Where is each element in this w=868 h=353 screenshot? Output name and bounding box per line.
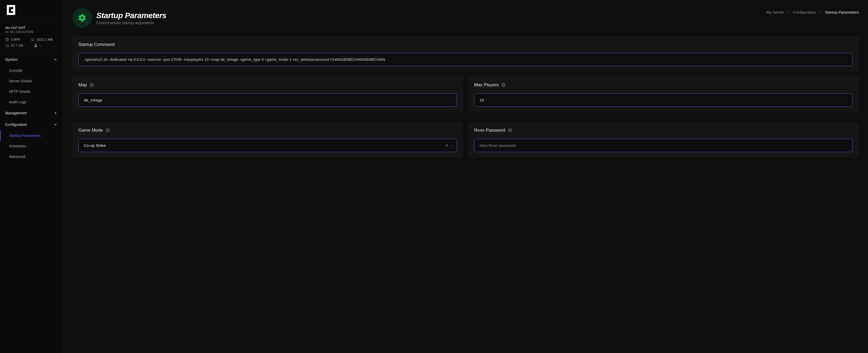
stat-memory: 1022.1 MB: [31, 37, 53, 41]
chevron-right-icon: [54, 111, 57, 115]
rcon-card: Rcon Password i: [468, 122, 859, 158]
nav-item-sftp-details[interactable]: SFTP Details: [0, 86, 63, 97]
server-name: au-cs2-surf: [5, 25, 57, 30]
logo[interactable]: [0, 0, 63, 21]
nav-item-console[interactable]: Console: [0, 65, 63, 76]
stat-cpu: 0.96%: [5, 37, 21, 41]
rcon-password-input[interactable]: [474, 139, 852, 152]
nav-item-schedules[interactable]: Schedules: [0, 141, 63, 151]
card-title: Map: [79, 82, 87, 88]
info-icon[interactable]: i: [501, 83, 505, 87]
clear-icon[interactable]: ✕: [445, 143, 449, 148]
card-title: Max Players: [474, 82, 499, 88]
startup-command-card: Startup Command ./game/cs2.sh -dedicated…: [72, 36, 859, 72]
startup-command-value[interactable]: ./game/cs2.sh -dedicated +ip 0.0.0.0 -us…: [79, 53, 852, 66]
nav-header-system[interactable]: System: [0, 54, 63, 65]
nav-item-audit-logs[interactable]: Audit Logs: [0, 97, 63, 107]
nav-management: Management: [0, 107, 63, 119]
max-players-input[interactable]: [474, 93, 852, 107]
game-mode-card: Game Mode i ✕ ↓: [72, 122, 463, 158]
card-title: Game Mode: [79, 128, 103, 133]
dropdown-icon[interactable]: ↓: [451, 143, 453, 148]
card-title: Rcon Password: [474, 128, 505, 133]
sidebar: au-cs2-surf 51.161.199.6:27039 0.96% 102…: [0, 0, 63, 353]
nav-system: System Console Server Details SFTP Detai…: [0, 54, 63, 107]
max-players-card: Max Players i: [468, 76, 859, 113]
breadcrumb-item[interactable]: Configuration: [793, 10, 816, 14]
svg-rect-1: [31, 39, 34, 40]
stat-players: --: [34, 43, 42, 47]
breadcrumb-item[interactable]: My Server: [766, 10, 784, 14]
main-content: Startup Parameters Control server startu…: [63, 0, 868, 353]
map-card: Map i: [72, 76, 463, 113]
gear-icon: [72, 8, 92, 28]
card-title: Startup Command: [79, 42, 852, 47]
svg-point-3: [8, 45, 8, 46]
nav-item-server-details[interactable]: Server Details: [0, 76, 63, 86]
breadcrumb-separator: >: [819, 10, 822, 14]
stat-disk: 37.7 GB: [5, 43, 23, 47]
breadcrumb-separator: >: [787, 10, 789, 14]
nav-configuration: Configuration Startup Parameters Schedul…: [0, 119, 63, 162]
nav-item-startup-parameters[interactable]: Startup Parameters: [0, 130, 63, 141]
info-icon[interactable]: i: [508, 128, 512, 132]
nav-item-advanced[interactable]: Advanced: [0, 151, 63, 162]
info-icon[interactable]: i: [106, 128, 110, 132]
game-mode-select[interactable]: [79, 139, 457, 152]
server-info: au-cs2-surf 51.161.199.6:27039 0.96% 102…: [0, 21, 63, 54]
disk-icon: [5, 44, 9, 47]
server-address: 51.161.199.6:27039: [5, 30, 57, 34]
svg-point-4: [35, 44, 36, 45]
map-input[interactable]: [79, 93, 457, 107]
nav-header-management[interactable]: Management: [0, 107, 63, 119]
chevron-down-icon: [54, 58, 57, 61]
user-icon: [34, 44, 37, 47]
page-header: Startup Parameters Control server startu…: [72, 8, 859, 28]
chevron-down-icon: [54, 123, 57, 126]
info-icon[interactable]: i: [90, 83, 94, 87]
nav-header-configuration[interactable]: Configuration: [0, 119, 63, 130]
gauge-icon: [5, 38, 9, 41]
breadcrumb: My Server > Configuration > Startup Para…: [766, 10, 859, 14]
breadcrumb-current: Startup Parameters: [825, 10, 859, 14]
page-subtitle: Control server startup arguments.: [96, 21, 166, 25]
page-title: Startup Parameters: [96, 11, 166, 20]
memory-icon: [31, 38, 35, 41]
